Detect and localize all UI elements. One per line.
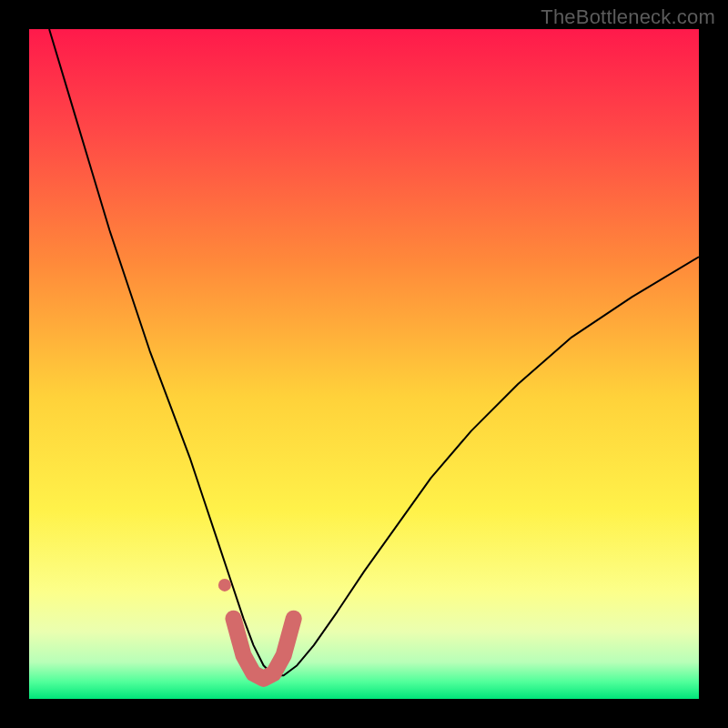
highlight-band (233, 619, 293, 679)
chart-svg (29, 29, 699, 699)
bottleneck-curve (49, 29, 699, 675)
watermark-text: TheBottleneck.com (541, 5, 715, 29)
highlight-dot (218, 579, 231, 592)
plot-area (29, 29, 699, 699)
outer-frame: TheBottleneck.com (0, 0, 728, 728)
